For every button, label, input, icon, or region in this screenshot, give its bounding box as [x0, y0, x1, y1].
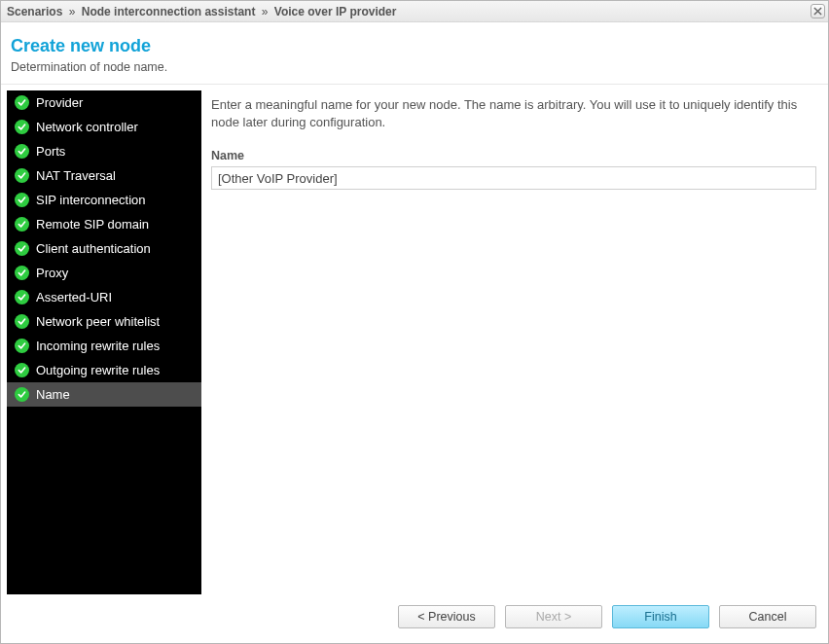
breadcrumb-sep-icon: »	[69, 5, 76, 18]
sidebar-step-label: Ports	[36, 144, 65, 159]
check-icon	[15, 193, 29, 207]
finish-button[interactable]: Finish	[612, 605, 709, 628]
check-icon	[15, 387, 29, 402]
check-icon	[15, 241, 29, 256]
breadcrumb-part: Voice over IP provider	[274, 5, 397, 18]
close-button[interactable]	[811, 4, 825, 18]
sidebar-step[interactable]: Network peer whitelist	[7, 309, 201, 334]
check-icon	[15, 339, 29, 353]
breadcrumb-part: Node interconnection assistant	[82, 5, 256, 18]
sidebar-step[interactable]: Incoming rewrite rules	[7, 334, 201, 358]
sidebar-step-label: Proxy	[36, 266, 68, 280]
cancel-button[interactable]: Cancel	[719, 605, 816, 628]
check-icon	[15, 95, 29, 110]
sidebar-step[interactable]: NAT Traversal	[7, 163, 201, 188]
sidebar-step-label: Network controller	[36, 120, 138, 134]
close-icon	[813, 7, 822, 16]
wizard-footer: < Previous Next > Finish Cancel	[1, 600, 828, 643]
page-title: Create new node	[11, 36, 818, 56]
sidebar-step[interactable]: Client authentication	[7, 236, 201, 261]
check-icon	[15, 217, 29, 232]
check-icon	[15, 144, 29, 159]
sidebar-step-label: Outgoing rewrite rules	[36, 363, 160, 377]
step-sidebar: ProviderNetwork controllerPortsNAT Trave…	[7, 90, 201, 594]
name-field-label: Name	[211, 149, 816, 162]
sidebar-step[interactable]: Name	[7, 382, 201, 407]
content-description: Enter a meaningful name for your new nod…	[211, 96, 816, 131]
sidebar-step[interactable]: SIP interconnection	[7, 188, 201, 212]
sidebar-step[interactable]: Remote SIP domain	[7, 212, 201, 236]
sidebar-step[interactable]: Outgoing rewrite rules	[7, 358, 201, 382]
check-icon	[15, 314, 29, 329]
sidebar-step[interactable]: Asserted-URI	[7, 285, 201, 309]
sidebar-step-label: SIP interconnection	[36, 193, 146, 207]
sidebar-step-label: Name	[36, 387, 70, 402]
check-icon	[15, 290, 29, 304]
page-subtitle: Determination of node name.	[11, 60, 818, 74]
previous-button[interactable]: < Previous	[398, 605, 495, 628]
check-icon	[15, 120, 29, 134]
breadcrumb-part: Scenarios	[7, 5, 62, 18]
wizard-header: Create new node Determination of node na…	[1, 22, 828, 85]
sidebar-step[interactable]: Network controller	[7, 115, 201, 139]
check-icon	[15, 266, 29, 280]
check-icon	[15, 363, 29, 377]
sidebar-step-label: Remote SIP domain	[36, 217, 149, 232]
sidebar-step[interactable]: Ports	[7, 139, 201, 163]
name-input[interactable]	[211, 166, 816, 190]
sidebar-step-label: NAT Traversal	[36, 168, 116, 183]
sidebar-step-label: Provider	[36, 95, 83, 110]
titlebar: Scenarios » Node interconnection assista…	[1, 1, 828, 22]
breadcrumb: Scenarios » Node interconnection assista…	[7, 5, 396, 18]
sidebar-step-label: Incoming rewrite rules	[36, 339, 160, 353]
step-content: Enter a meaningful name for your new nod…	[207, 90, 822, 594]
next-button: Next >	[505, 605, 602, 628]
wizard-body: ProviderNetwork controllerPortsNAT Trave…	[1, 85, 828, 600]
sidebar-step[interactable]: Proxy	[7, 261, 201, 285]
wizard-window: Scenarios » Node interconnection assista…	[0, 0, 829, 644]
sidebar-step[interactable]: Provider	[7, 90, 201, 115]
sidebar-step-label: Asserted-URI	[36, 290, 112, 304]
check-icon	[15, 168, 29, 183]
sidebar-step-label: Network peer whitelist	[36, 314, 160, 329]
sidebar-step-label: Client authentication	[36, 241, 151, 256]
breadcrumb-sep-icon: »	[262, 5, 269, 18]
